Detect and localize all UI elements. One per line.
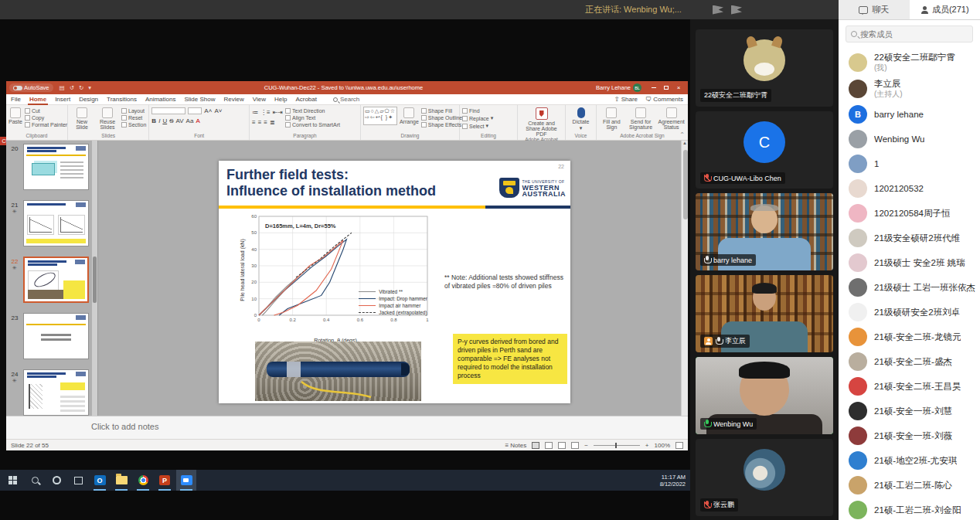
undo-icon[interactable]: ↺ — [70, 84, 74, 91]
participant-video-tile[interactable]: 22硕安全二班鄢宁霄 — [696, 29, 833, 107]
minimize-button[interactable] — [648, 83, 660, 93]
member-row[interactable]: 21硕-工岩二班-陈心 — [839, 473, 980, 498]
strikethrough-button[interactable]: S — [169, 117, 173, 124]
send-signature-button[interactable]: Send for Signature — [627, 107, 655, 130]
indent-icons[interactable]: ⇤⇥ — [273, 109, 283, 116]
slide-thumbnail-23[interactable]: 23 — [6, 313, 98, 359]
section-button[interactable]: Section — [121, 122, 146, 127]
quick-access-toolbar[interactable]: ▤↺↻▾ — [60, 84, 91, 91]
agreement-status-button[interactable]: Agreement Status — [657, 107, 686, 130]
participant-video-tile[interactable]: 李立辰 — [696, 275, 833, 352]
save-icon[interactable]: ▤ — [60, 84, 65, 91]
cut-button[interactable]: Cut — [25, 108, 67, 114]
numbering-button[interactable]: ⋮≡ — [260, 109, 271, 116]
italic-button[interactable]: I — [158, 117, 160, 124]
copy-button[interactable]: Copy — [25, 115, 67, 121]
notes-toggle-button[interactable]: ≡ Notes — [505, 442, 526, 449]
ribbon-tab[interactable]: Insert — [55, 96, 70, 103]
zoom-level[interactable]: 100% — [655, 442, 670, 449]
new-slide-button[interactable]: New Slide — [70, 107, 94, 130]
shrink-font-icon[interactable]: A˅ — [214, 107, 222, 114]
taskbar-clock[interactable]: 11:17 AM 8/12/2022 — [660, 470, 686, 491]
member-row[interactable]: 李立辰 (主持人) — [839, 76, 980, 102]
bullets-button[interactable]: ≔ — [252, 109, 258, 116]
shape-outline-button[interactable]: Shape Outline — [421, 115, 462, 121]
reading-view-button[interactable] — [558, 442, 566, 449]
participant-video-tile[interactable]: Wenbing Wu — [696, 357, 833, 434]
autosave-toggle[interactable]: AutoSave — [9, 83, 53, 92]
arrange-button[interactable]: Arrange — [400, 107, 419, 124]
paste-button[interactable]: Paste — [9, 107, 22, 124]
taskbar-chrome[interactable] — [133, 470, 153, 491]
member-row[interactable]: 1202120532 — [839, 176, 980, 201]
dictate-button[interactable]: Dictate ▾ — [568, 107, 594, 131]
taskbar-meeting-app[interactable] — [176, 470, 196, 491]
text-direction-button[interactable]: Text Direction — [285, 108, 340, 114]
member-row[interactable]: 21级安全硕研2班代维 — [839, 226, 980, 250]
fit-slide-button[interactable] — [675, 442, 683, 449]
shape-gallery[interactable]: ▭○△▱⬠☆⇨⇦↩{ }✦ — [363, 107, 397, 125]
format-painter-button[interactable]: Format Painter — [25, 122, 67, 127]
ribbon-tab[interactable]: Home — [29, 96, 46, 103]
font-size-select[interactable] — [188, 107, 202, 114]
restore-button[interactable] — [660, 83, 672, 93]
grow-font-icon[interactable]: A˄ — [204, 107, 212, 114]
cortana-button[interactable] — [46, 470, 66, 491]
member-row[interactable]: 21级硕研安全2班刘卓 — [839, 300, 980, 325]
tab-chat[interactable]: 聊天 — [839, 0, 910, 19]
ribbon-tab[interactable]: Help — [274, 96, 287, 103]
slide-sorter-button[interactable] — [545, 442, 553, 449]
member-list[interactable]: 22硕安全二班鄢宁霄 (我) 李立辰 (主持人) B barry lehane — [839, 48, 980, 520]
slide-thumbnail-pane[interactable]: 20 21✳ 22✳ 23 24✳ — [6, 141, 98, 416]
create-pdf-button[interactable]: Create and Share Adobe PDF — [520, 107, 563, 137]
member-row[interactable]: 21硕-地空2班-尤安琪 — [839, 448, 980, 473]
change-case-icon[interactable]: Aa — [186, 117, 194, 124]
smartart-button[interactable]: Convert to SmartArt — [285, 122, 340, 127]
notes-pane[interactable]: Click to add notes — [6, 416, 688, 439]
align-text-button[interactable]: Align Text — [285, 115, 340, 121]
redo-icon[interactable]: ↻ — [79, 84, 83, 91]
taskbar-file-explorer[interactable] — [111, 470, 131, 491]
comments-button[interactable]: 🗨 Comments — [645, 96, 683, 103]
member-row[interactable]: 21硕-安全二班-王昌昊 — [839, 374, 980, 399]
account-chip[interactable]: Barry LehaneBL — [596, 83, 641, 92]
select-button[interactable]: Select ▾ — [462, 123, 493, 129]
font-name-select[interactable] — [151, 107, 185, 114]
zoom-out-button[interactable]: − — [584, 442, 588, 449]
member-row[interactable]: 21级硕士 安全2班 姚瑞 — [839, 250, 980, 275]
zoom-in-button[interactable]: + — [645, 442, 649, 449]
thumbnail-scrollbar[interactable] — [92, 141, 97, 416]
slide-scrollbar[interactable]: ▲ — [681, 141, 688, 416]
participant-video-tile[interactable]: 张云鹏 — [696, 439, 833, 516]
replace-button[interactable]: Replace ▾ — [462, 115, 493, 121]
reset-button[interactable]: Reset — [121, 115, 146, 121]
ribbon-tab[interactable]: Acrobat — [295, 96, 317, 103]
member-row[interactable]: 1202120584周子恒 — [839, 201, 980, 226]
member-search[interactable] — [846, 25, 973, 42]
ribbon-tab[interactable]: Transitions — [107, 96, 137, 103]
character-spacing-icon[interactable]: AV — [176, 117, 184, 124]
font-color-button[interactable]: A — [196, 117, 199, 124]
shape-fill-button[interactable]: Shape Fill — [421, 108, 462, 114]
close-button[interactable]: × — [672, 83, 685, 93]
underline-button[interactable]: U — [162, 117, 167, 124]
fill-sign-button[interactable]: Fill and Sign — [599, 107, 624, 130]
search-box[interactable]: Search — [333, 96, 359, 103]
share-button[interactable]: ⇪ Share — [614, 96, 638, 103]
screen-share-toolbar-icons[interactable] — [713, 5, 742, 15]
participant-video-tile[interactable]: barry lehane — [696, 193, 833, 270]
slide-22[interactable]: 22 Further field tests: Influence of ins… — [219, 161, 570, 403]
normal-view-button[interactable] — [532, 442, 539, 449]
member-row[interactable]: 21硕-安全一班-刘慧 — [839, 399, 980, 423]
shape-effects-button[interactable]: Shape Effects — [421, 122, 462, 127]
align-right-button[interactable]: ≡ — [264, 119, 267, 126]
member-row[interactable]: 1 — [839, 151, 980, 176]
slideshow-button[interactable] — [571, 442, 579, 449]
ribbon-tab[interactable]: Animations — [145, 96, 176, 103]
ribbon-tab[interactable]: Review — [223, 96, 243, 103]
ribbon-tab[interactable]: View — [253, 96, 266, 103]
member-row[interactable]: 21硕-安全二班-盛杰 — [839, 349, 980, 374]
task-view-button[interactable] — [68, 470, 88, 491]
taskbar-search-button[interactable] — [25, 470, 45, 491]
slide-thumbnail-21[interactable]: 21✳ — [6, 200, 98, 246]
